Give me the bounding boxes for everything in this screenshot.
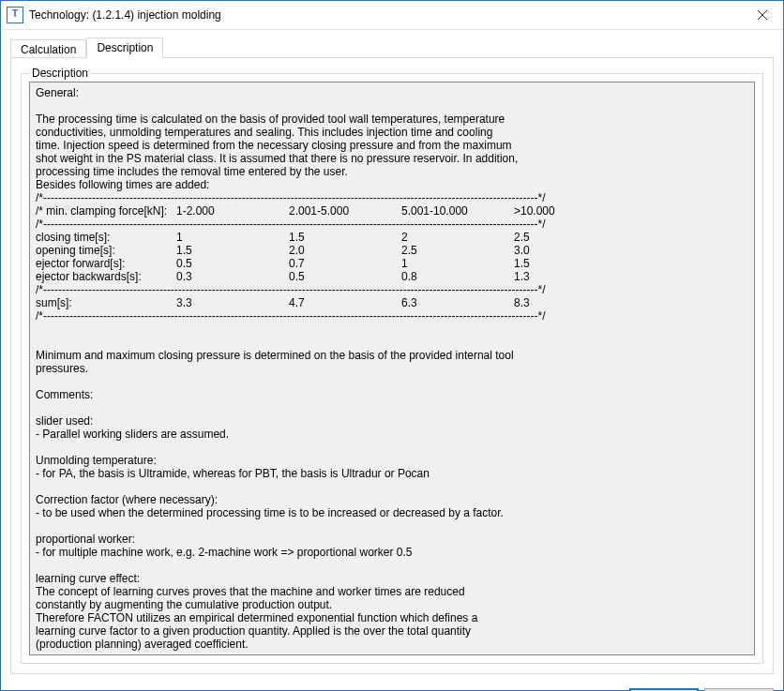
- unmolding-heading: Unmolding temperature:: [36, 454, 157, 467]
- rule-line: /*--------------------------------------…: [36, 218, 546, 231]
- cell: 1.5: [176, 244, 289, 257]
- app-icon: T: [7, 7, 23, 23]
- comments-heading: Comments:: [36, 388, 93, 401]
- th-range4: >10.000: [514, 204, 598, 218]
- cell: ejector backwards[s]:: [36, 270, 176, 283]
- footer: ? Help OK Cancel: [1, 683, 783, 691]
- propworker-body: - for multiple machine work, e.g. 2-mach…: [36, 546, 413, 559]
- cell: 2.5: [401, 244, 514, 257]
- cell: 2.0: [289, 244, 401, 257]
- intro-paragraph: The processing time is calculated on the…: [36, 113, 518, 191]
- cell: opening time[s]:: [36, 244, 176, 257]
- client-area: Calculation Description Description Gene…: [1, 30, 783, 683]
- rule-line: /*--------------------------------------…: [36, 309, 546, 323]
- cell: 1: [176, 231, 289, 244]
- table-header: /* min. clamping force[kN]: 1-2.000 2.00…: [36, 204, 598, 218]
- cell: 3.3: [176, 296, 289, 309]
- table-row: closing time[s]: 1 1.5 2 2.5: [36, 231, 598, 244]
- cell: 4.7: [289, 296, 401, 309]
- cell: 0.7: [289, 257, 401, 270]
- cell: 0.8: [401, 270, 514, 283]
- min-max-paragraph: Minimum and maximum closing pressure is …: [36, 349, 514, 375]
- cell: 1.5: [514, 257, 598, 270]
- cell: closing time[s]:: [36, 231, 176, 244]
- learning-body: The concept of learning curves proves th…: [36, 585, 477, 651]
- titlebar: T Technology: (1.2.1.4) injection moldin…: [1, 1, 783, 30]
- cell: 8.3: [514, 296, 598, 309]
- rule-line: /*--------------------------------------…: [36, 191, 546, 204]
- cell: 1.3: [514, 270, 598, 283]
- cell: 6.3: [401, 296, 514, 309]
- th-label: /* min. clamping force[kN]:: [36, 204, 176, 218]
- table-row-sum: sum[s]: 3.3 4.7 6.3 8.3: [36, 296, 598, 309]
- slider-heading: slider used:: [36, 414, 93, 428]
- cell: 1.5: [289, 231, 401, 244]
- times-table-sum: sum[s]: 3.3 4.7 6.3 8.3: [36, 296, 598, 309]
- unmolding-body: - for PA, the basis is Ultramide, wherea…: [36, 467, 430, 480]
- cell: 0.5: [289, 270, 401, 283]
- cell: 1: [401, 257, 514, 270]
- description-text: General: The processing time is calculat…: [29, 82, 755, 655]
- general-heading: General:: [36, 86, 79, 99]
- close-icon: [758, 10, 767, 20]
- window-title: Technology: (1.2.1.4) injection molding: [29, 8, 741, 22]
- cell: 0.3: [176, 270, 289, 283]
- times-table-body: closing time[s]: 1 1.5 2 2.5 opening tim…: [36, 231, 598, 283]
- description-group: Description General: The processing time…: [21, 73, 763, 664]
- th-range3: 5.001-10.000: [401, 204, 514, 218]
- tab-body: Description General: The processing time…: [10, 57, 774, 674]
- slider-body: - Parallel working sliders are assumed.: [36, 428, 229, 441]
- cell: sum[s]:: [36, 296, 176, 309]
- th-range1: 1-2.000: [176, 204, 289, 218]
- table-row: ejector forward[s]: 0.5 0.7 1 1.5: [36, 257, 598, 270]
- learning-heading: learning curve effect:: [36, 572, 140, 585]
- correction-body: - to be used when the determined process…: [36, 506, 504, 519]
- close-button[interactable]: [741, 1, 783, 29]
- tab-description[interactable]: Description: [86, 38, 163, 58]
- group-caption: Description: [29, 67, 91, 80]
- times-table: /* min. clamping force[kN]: 1-2.000 2.00…: [36, 204, 598, 218]
- rule-line: /*--------------------------------------…: [36, 283, 546, 296]
- propworker-heading: proportional worker:: [36, 533, 135, 546]
- correction-heading: Correction factor (where necessary):: [36, 493, 218, 506]
- tabs: Calculation Description: [10, 38, 774, 58]
- table-row: ejector backwards[s]: 0.3 0.5 0.8 1.3: [36, 270, 598, 283]
- cell: 3.0: [514, 244, 598, 257]
- tab-calculation[interactable]: Calculation: [10, 39, 86, 59]
- cell: 2: [401, 231, 514, 244]
- cell: ejector forward[s]:: [36, 257, 176, 270]
- cell: 0.5: [176, 257, 289, 270]
- table-row: opening time[s]: 1.5 2.0 2.5 3.0: [36, 244, 598, 257]
- cell: 2.5: [514, 231, 598, 244]
- dialog-window: T Technology: (1.2.1.4) injection moldin…: [0, 0, 784, 691]
- th-range2: 2.001-5.000: [289, 204, 401, 218]
